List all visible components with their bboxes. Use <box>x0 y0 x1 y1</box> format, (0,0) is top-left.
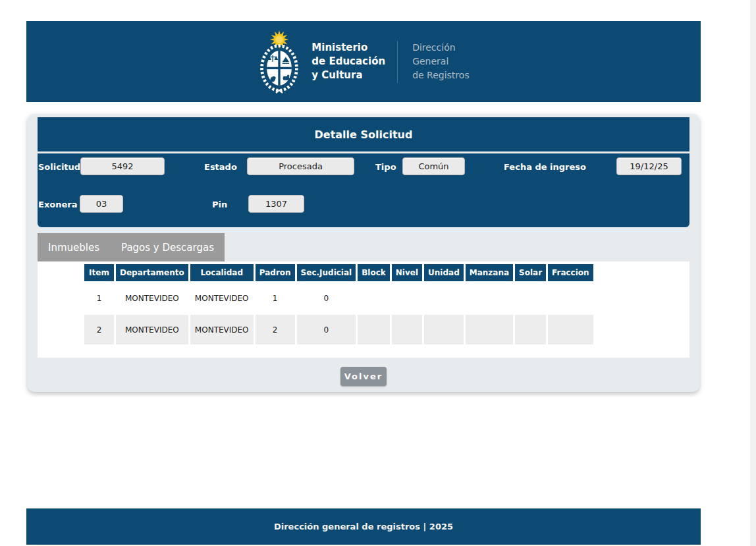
inmuebles-table: Item Departamento Localidad Padron Sec.J… <box>82 262 595 346</box>
ministry-line-1: Ministerio <box>311 41 385 55</box>
cell: MONTEVIDEO <box>190 283 254 313</box>
cell <box>358 315 390 344</box>
volver-button[interactable]: Volver <box>340 367 387 386</box>
cell <box>392 283 422 313</box>
cell: 1 <box>84 283 114 313</box>
table-row: 2 MONTEVIDEO MONTEVIDEO 2 0 <box>84 315 593 344</box>
uruguay-coat-of-arms-icon <box>257 29 301 95</box>
site-header: Ministerio de Educación y Cultura Direcc… <box>26 21 701 102</box>
pin-field[interactable] <box>248 195 304 213</box>
cell: MONTEVIDEO <box>116 283 188 313</box>
col-solar: Solar <box>515 264 546 281</box>
site-footer: Dirección general de registros | 2025 <box>26 508 701 545</box>
cell: MONTEVIDEO <box>190 315 254 344</box>
table-row: 1 MONTEVIDEO MONTEVIDEO 1 0 <box>84 283 593 313</box>
col-fraccion: Fraccion <box>548 264 593 281</box>
col-sec-judicial: Sec.Judicial <box>297 264 356 281</box>
cell <box>466 283 513 313</box>
department-line-2: General <box>412 55 470 68</box>
col-block: Block <box>358 264 390 281</box>
col-padron: Padron <box>256 264 295 281</box>
col-localidad: Localidad <box>190 264 254 281</box>
department-line-3: de Registros <box>412 68 470 82</box>
department-name: Dirección General de Registros <box>412 41 470 82</box>
estado-field[interactable] <box>247 157 354 175</box>
cell <box>392 315 422 344</box>
col-departamento: Departamento <box>116 264 188 281</box>
cell: 0 <box>297 283 356 313</box>
cell <box>548 283 593 313</box>
cell: 2 <box>84 315 114 344</box>
ministry-line-2: de Educación <box>311 55 385 68</box>
cell <box>515 315 546 344</box>
col-manzana: Manzana <box>466 264 513 281</box>
col-item: Item <box>84 264 114 281</box>
cell: 1 <box>256 283 295 313</box>
tipo-label: Tipo <box>375 162 396 172</box>
tab-pagos-y-descargas[interactable]: Pagos y Descargas <box>121 242 214 254</box>
pin-label: Pin <box>212 200 227 209</box>
ministry-line-3: y Cultura <box>311 68 385 82</box>
footer-text: Dirección general de registros | 2025 <box>274 522 453 532</box>
brand-divider <box>397 41 398 83</box>
tipo-field[interactable] <box>402 157 465 175</box>
solicitud-label: Solicitud <box>38 162 80 172</box>
request-summary-panel: Solicitud Estado Tipo Fecha de ingreso E… <box>38 153 689 227</box>
cell <box>466 315 513 344</box>
table-header-row: Item Departamento Localidad Padron Sec.J… <box>84 264 593 281</box>
col-nivel: Nivel <box>392 264 422 281</box>
cell <box>424 283 464 313</box>
department-line-1: Dirección <box>412 41 470 55</box>
inmuebles-tab-content: Item Departamento Localidad Padron Sec.J… <box>38 261 689 358</box>
request-detail-card: Detalle Solicitud Solicitud Estado Tipo … <box>28 114 699 392</box>
tab-bar: Inmuebles Pagos y Descargas <box>38 233 225 261</box>
cell <box>358 283 390 313</box>
tab-inmuebles[interactable]: Inmuebles <box>48 242 99 254</box>
fecha-ingreso-field[interactable] <box>616 157 682 175</box>
brand-group: Ministerio de Educación y Cultura Direcc… <box>257 29 469 95</box>
ministry-name: Ministerio de Educación y Cultura <box>311 41 385 82</box>
fecha-ingreso-label: Fecha de ingreso <box>504 162 586 172</box>
exonera-label: Exonera <box>38 200 77 209</box>
col-unidad: Unidad <box>424 264 464 281</box>
exonera-field[interactable] <box>80 195 123 213</box>
solicitud-field[interactable] <box>80 157 165 175</box>
cell <box>515 283 546 313</box>
estado-label: Estado <box>204 162 237 172</box>
cell <box>548 315 593 344</box>
page-scrollbar[interactable] <box>750 0 756 546</box>
cell: 2 <box>256 315 295 344</box>
cell <box>424 315 464 344</box>
cell: MONTEVIDEO <box>116 315 188 344</box>
page-title: Detalle Solicitud <box>38 117 689 151</box>
cell: 0 <box>297 315 356 344</box>
